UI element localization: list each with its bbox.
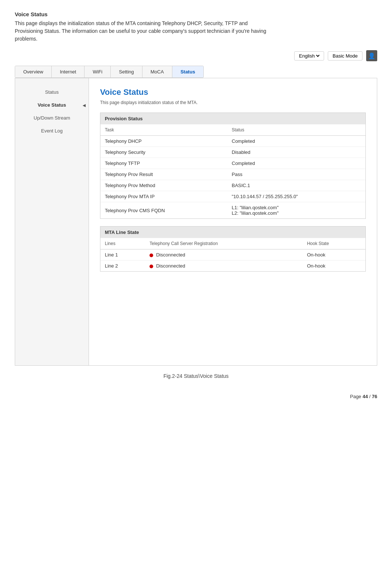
content-title: Voice Status: [100, 87, 366, 97]
page-current: 44: [362, 394, 368, 399]
tab-setting[interactable]: Setting: [111, 66, 142, 77]
content-area: Voice Status This page displays initiali…: [89, 78, 377, 365]
content-subtitle: This page displays initialization status…: [100, 100, 366, 105]
tab-internet[interactable]: Internet: [52, 66, 85, 77]
task-status: Pass: [227, 169, 365, 180]
figure-caption: Fig.2-24 Status\Voice Status: [15, 373, 377, 379]
line-hook-state: On-hook: [303, 261, 365, 272]
mta-line-state-header: MTA Line State: [100, 227, 365, 238]
tab-status[interactable]: Status: [172, 66, 203, 77]
table-row: Telephony Prov CMS FQDN L1: "lilian.qost…: [100, 202, 365, 219]
task-status: BASIC.1: [227, 180, 365, 191]
provision-status-table: Task Status Telephony DHCP Completed Tel…: [100, 124, 365, 218]
table-row: Telephony DHCP Completed: [100, 136, 365, 147]
col-registration: Telephony Call Server Registration: [145, 238, 302, 249]
tab-wifi[interactable]: WiFi: [85, 66, 111, 77]
tab-moca[interactable]: MoCA: [142, 66, 172, 77]
col-lines: Lines: [100, 238, 145, 249]
task-label: Telephony Prov Method: [100, 180, 227, 191]
language-selector[interactable]: English: [294, 51, 324, 61]
table-row: Telephony TFTP Completed: [100, 158, 365, 169]
table-row: Line 1 Disconnected On-hook: [100, 249, 365, 261]
sidebar-item-status[interactable]: Status: [15, 86, 89, 99]
col-status: Status: [227, 124, 365, 136]
navigation-tabs: Overview Internet WiFi Setting MoCA Stat…: [15, 66, 204, 78]
mta-line-state-section: MTA Line State Lines Telephony Call Serv…: [100, 226, 366, 272]
language-select-input[interactable]: English: [298, 53, 321, 59]
task-label: Telephony Security: [100, 147, 227, 158]
table-row: Telephony Prov MTA IP "10.10.144.57 / 25…: [100, 191, 365, 202]
line-hook-state: On-hook: [303, 249, 365, 261]
page-number-prefix: Page: [350, 394, 362, 399]
line-registration: Disconnected: [145, 261, 302, 272]
task-label: Telephony Prov CMS FQDN: [100, 202, 227, 219]
table-row: Telephony Prov Result Pass: [100, 169, 365, 180]
line-registration: Disconnected: [145, 249, 302, 261]
task-status: Disabled: [227, 147, 365, 158]
task-label: Telephony TFTP: [100, 158, 227, 169]
line-label: Line 2: [100, 261, 145, 272]
task-status: "10.10.144.57 / 255.255.255.0": [227, 191, 365, 202]
col-hook-state: Hook State: [303, 238, 365, 249]
page-heading: Voice Status: [15, 11, 377, 17]
sidebar: Status Voice Status Up/Down Stream Event…: [15, 78, 89, 365]
basic-mode-button[interactable]: Basic Mode: [328, 51, 362, 61]
table-row: Telephony Security Disabled: [100, 147, 365, 158]
main-layout: Status Voice Status Up/Down Stream Event…: [15, 78, 377, 366]
mta-line-state-table: Lines Telephony Call Server Registration…: [100, 238, 365, 271]
task-label: Telephony Prov MTA IP: [100, 191, 227, 202]
top-bar: English Basic Mode 👤: [15, 50, 377, 61]
provision-status-header: Provision Status: [100, 113, 365, 124]
line-label: Line 1: [100, 249, 145, 261]
col-task: Task: [100, 124, 227, 136]
user-icon: 👤: [366, 50, 377, 61]
table-row: Line 2 Disconnected On-hook: [100, 261, 365, 272]
page-total: 76: [372, 394, 377, 399]
disconnected-indicator: [149, 254, 153, 257]
sidebar-item-voice-status[interactable]: Voice Status: [15, 99, 89, 111]
task-status: Completed: [227, 158, 365, 169]
disconnected-indicator: [149, 265, 153, 268]
table-row: Telephony Prov Method BASIC.1: [100, 180, 365, 191]
task-label: Telephony Prov Result: [100, 169, 227, 180]
sidebar-item-updown-stream[interactable]: Up/Down Stream: [15, 111, 89, 124]
task-status: Completed: [227, 136, 365, 147]
page-number: Page 44 / 76: [15, 394, 377, 399]
page-separator: /: [368, 394, 372, 399]
provision-status-section: Provision Status Task Status Telephony D…: [100, 113, 366, 219]
task-label: Telephony DHCP: [100, 136, 227, 147]
task-status-multiline: L1: "lilian.qostek.com" L2: "lilian.qost…: [227, 202, 365, 219]
page-description: This page displays the initialization st…: [15, 20, 273, 43]
sidebar-item-event-log[interactable]: Event Log: [15, 124, 89, 137]
tab-overview[interactable]: Overview: [15, 66, 52, 77]
